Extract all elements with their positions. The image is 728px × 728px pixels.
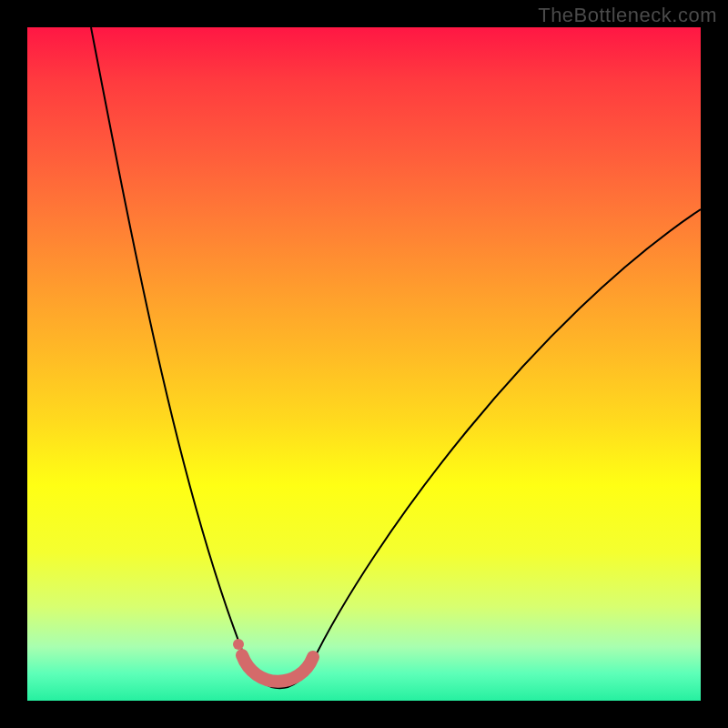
chart-frame: TheBottleneck.com: [0, 0, 728, 728]
valley-highlight: [27, 27, 701, 701]
plot-area: [27, 27, 701, 701]
watermark-text: TheBottleneck.com: [538, 4, 717, 27]
valley-highlight-stroke: [242, 655, 313, 682]
valley-dot-icon: [233, 639, 244, 650]
